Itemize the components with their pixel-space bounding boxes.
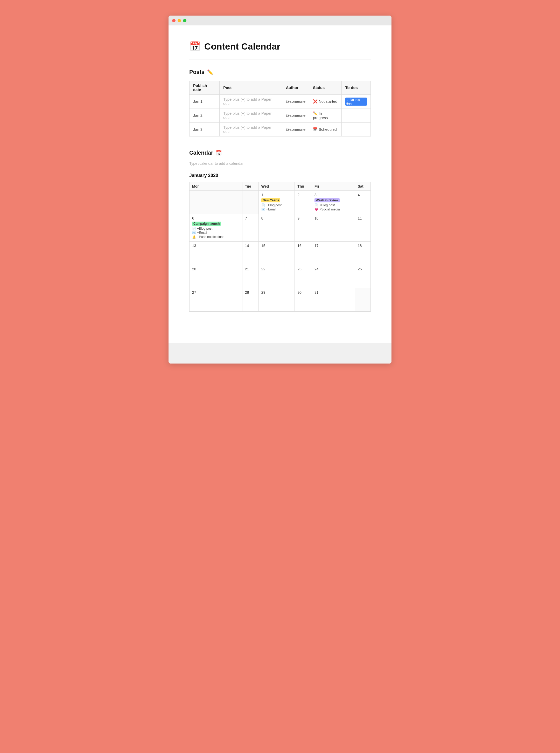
cal-item-text: +Blog post: [197, 227, 212, 230]
calendar-day-cell[interactable]: 8: [259, 214, 295, 242]
browser-window: 📅 Content Calendar Posts ✏️ Publish date…: [168, 16, 392, 364]
calendar-weekday-header: Fri: [312, 182, 355, 191]
cell-author: @someone: [282, 95, 309, 109]
calendar-day-cell[interactable]: 15: [259, 242, 295, 265]
day-number: 16: [297, 244, 309, 248]
calendar-day-cell[interactable]: 2: [295, 191, 312, 214]
calendar-day-cell[interactable]: 29: [259, 288, 295, 312]
calendar-day-cell[interactable]: 25: [355, 265, 371, 288]
event-label: Week in review: [315, 198, 340, 202]
event-label: Campaign launch: [192, 221, 221, 226]
day-number: 20: [192, 267, 240, 271]
cal-item-icon: 📄: [315, 204, 318, 207]
calendar-day-cell[interactable]: 21: [242, 265, 259, 288]
cal-item-text: +Social media: [319, 208, 340, 211]
calendar-day-cell[interactable]: 1New Year's 📄 +Blog post 📧 +Email: [259, 191, 295, 214]
status-icon: ❌: [313, 99, 318, 103]
col-status: Status: [309, 81, 342, 95]
day-number: 9: [297, 216, 309, 220]
fullscreen-dot[interactable]: [183, 19, 186, 22]
calendar-section-title: Calendar 📅: [189, 150, 371, 156]
calendar-day-cell[interactable]: 4: [355, 191, 371, 214]
cell-post[interactable]: Type plus (+) to add a Paper doc: [220, 109, 282, 123]
cell-status: 📅 Scheduled: [309, 123, 342, 136]
cal-item-icon: 📧: [192, 231, 196, 235]
col-todos: To-dos: [341, 81, 371, 95]
cal-item-icon: 💗: [315, 208, 318, 211]
calendar-day-cell[interactable]: 23: [295, 265, 312, 288]
status-icon: ✏️: [313, 111, 318, 115]
calendar-day-cell[interactable]: [189, 191, 242, 214]
status-icon: 📅: [313, 128, 318, 132]
cal-item: 📄 +Blog post: [261, 204, 292, 207]
calendar-week-row: 202122232425: [189, 265, 371, 288]
calendar-day-cell[interactable]: 16: [295, 242, 312, 265]
status-text: Scheduled: [319, 128, 337, 132]
calendar-day-cell[interactable]: 6Campaign launch 📄 +Blog post 📧 +Email 🔔…: [189, 214, 242, 242]
col-author: Author: [282, 81, 309, 95]
day-number: 15: [261, 244, 292, 248]
cell-post[interactable]: Type plus (+) to add a Paper doc: [220, 123, 282, 136]
calendar-day-cell[interactable]: 27: [189, 288, 242, 312]
calendar-week-row: 131415161718: [189, 242, 371, 265]
day-number: 27: [192, 290, 240, 294]
calendar-day-cell[interactable]: 31: [312, 288, 355, 312]
calendar-emoji: 📅: [216, 150, 222, 156]
cell-author: @someone: [282, 109, 309, 123]
calendar-day-cell[interactable]: 22: [259, 265, 295, 288]
table-row: Jan 3 Type plus (+) to add a Paper doc @…: [189, 123, 371, 136]
cal-item-text: +Blog post: [266, 204, 282, 207]
calendar-month-title: January 2020: [189, 173, 371, 178]
cal-item-icon: 📄: [261, 204, 265, 207]
day-number: 7: [245, 216, 256, 220]
todo-item[interactable]: ✓ Do this first: [345, 98, 367, 105]
day-number: 24: [315, 267, 352, 271]
calendar-day-cell[interactable]: 3Week in review 📄 +Blog post 💗 +Social m…: [312, 191, 355, 214]
day-number: 2: [297, 193, 309, 197]
cal-item-text: +Push notifications: [197, 235, 224, 239]
col-post: Post: [220, 81, 282, 95]
calendar-day-cell[interactable]: 13: [189, 242, 242, 265]
calendar-weekday-header: Thu: [295, 182, 312, 191]
calendar-day-cell[interactable]: 9: [295, 214, 312, 242]
day-number: 28: [245, 290, 256, 294]
cell-status: ❌ Not started: [309, 95, 342, 109]
day-number: 17: [315, 244, 352, 248]
page-title: Content Calendar: [204, 41, 280, 52]
calendar-weekday-header: Mon: [189, 182, 242, 191]
cell-todo[interactable]: [341, 109, 371, 123]
calendar-day-cell[interactable]: [355, 288, 371, 312]
page-content: 📅 Content Calendar Posts ✏️ Publish date…: [168, 25, 392, 343]
cell-date: Jan 3: [189, 123, 220, 136]
calendar-day-cell[interactable]: 11: [355, 214, 371, 242]
calendar-day-cell[interactable]: 24: [312, 265, 355, 288]
calendar-day-cell[interactable]: 7: [242, 214, 259, 242]
calendar-day-cell[interactable]: 20: [189, 265, 242, 288]
calendar-section: Calendar 📅 Type /calendar to add a calen…: [189, 150, 371, 312]
page-footer: [168, 343, 392, 364]
calendar-day-cell[interactable]: 30: [295, 288, 312, 312]
calendar-weekday-header: Sat: [355, 182, 371, 191]
calendar-day-cell[interactable]: 17: [312, 242, 355, 265]
day-number: 13: [192, 244, 240, 248]
cell-date: Jan 1: [189, 95, 220, 109]
close-dot[interactable]: [172, 19, 176, 22]
calendar-day-cell[interactable]: [242, 191, 259, 214]
cal-item-icon: 🔔: [192, 235, 196, 239]
cell-post[interactable]: Type plus (+) to add a Paper doc: [220, 95, 282, 109]
day-number: 30: [297, 290, 309, 294]
minimize-dot[interactable]: [178, 19, 181, 22]
table-row: Jan 1 Type plus (+) to add a Paper doc @…: [189, 95, 371, 109]
day-number: 1: [261, 193, 292, 197]
calendar-day-cell[interactable]: 18: [355, 242, 371, 265]
table-row: Jan 2 Type plus (+) to add a Paper doc @…: [189, 109, 371, 123]
cell-todo[interactable]: [341, 123, 371, 136]
cal-item: 🔔 +Push notifications: [192, 235, 240, 239]
calendar-table: MonTueWedThuFriSat 1New Year's 📄 +Blog p…: [189, 182, 371, 312]
calendar-day-cell[interactable]: 14: [242, 242, 259, 265]
calendar-day-cell[interactable]: 10: [312, 214, 355, 242]
cell-todo[interactable]: ✓ Do this first: [341, 95, 371, 109]
cell-date: Jan 2: [189, 109, 220, 123]
calendar-hint: Type /calendar to add a calendar: [189, 161, 371, 166]
calendar-day-cell[interactable]: 28: [242, 288, 259, 312]
